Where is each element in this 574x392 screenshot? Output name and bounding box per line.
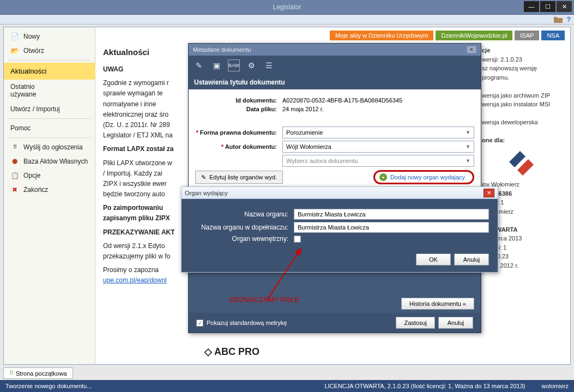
dialog-toolbar: ✎ ▣ BAW ⚙ ☰: [189, 56, 481, 75]
exit-icon: ✖: [10, 186, 19, 194]
sidebar-label: używane: [10, 91, 36, 98]
tab-strip: ⠿ Strona początkowa: [3, 367, 73, 379]
options-icon: 📋: [10, 172, 19, 179]
sidebar-label: Pomoc: [10, 124, 31, 132]
autor-label: Autor dokumentu:: [195, 143, 282, 150]
organ-name-label: Nazwa organu:: [190, 210, 294, 218]
apply-button[interactable]: Zastosuj: [396, 317, 435, 329]
sidebar-label: Otwórz: [23, 47, 44, 55]
grid-icon: ⠿: [9, 370, 14, 377]
sidebar: 📄 Nowy 📂 Otwórz Aktualności Ostatnio uży…: [4, 27, 95, 364]
edit-orgs-button[interactable]: ✎ Edytuj listę organów wyd.: [195, 171, 283, 184]
tab-start-page[interactable]: ⠿ Strona początkowa: [3, 367, 73, 379]
svg-line-2: [267, 249, 301, 300]
checkbox-icon: ✓: [196, 319, 203, 327]
dialog2-close-button[interactable]: ✕: [484, 189, 494, 197]
sidebar-item-baw[interactable]: ⬣ Baza Aktów Własnych: [4, 154, 95, 168]
dialog2-title: Organ wydający: [185, 190, 228, 196]
status-license: LICENCJA OTWARTA, 2.1.0.23 (Ilość licenc…: [324, 383, 525, 389]
sidebar-item-help[interactable]: Pomoc: [4, 121, 95, 135]
book-icon[interactable]: ▣: [210, 59, 222, 71]
autor-combo[interactable]: Wójt Wołomierza ▼: [282, 141, 474, 153]
sidebar-item-create[interactable]: Utwórz / Importuj: [4, 102, 95, 116]
abc-pro-logo: ◇ ABC PRO: [204, 346, 259, 358]
badge-icon: ⬣: [10, 158, 19, 165]
list-icon[interactable]: ☰: [263, 59, 275, 71]
sidebar-label: Baza Aktów Własnych: [23, 158, 88, 165]
logo-placeholder: [504, 148, 564, 178]
organ-internal-label: Organ wewnętrzny:: [190, 235, 294, 243]
organ-internal-checkbox[interactable]: [294, 236, 301, 243]
pencil-icon: ✎: [201, 174, 206, 181]
link-dev[interactable]: wersja deweloperska: [482, 119, 538, 125]
link-download[interactable]: upe.com.pl/eap/downl: [103, 276, 167, 284]
status-message: Tworzenie nowego dokumentu...: [5, 383, 92, 389]
folder-icon[interactable]: [554, 16, 563, 23]
organ-name-input[interactable]: [294, 209, 489, 220]
sidebar-item-news[interactable]: Aktualności: [4, 63, 95, 80]
toplink-moje-akty[interactable]: Moje akty w Dzienniku Urzędowym: [330, 31, 434, 40]
annotation-arrow-icon: [251, 245, 305, 305]
link-zip[interactable]: wersja jako archiwum ZIP: [482, 92, 550, 99]
cancel-button-2[interactable]: Anuluj: [454, 254, 489, 266]
sidebar-label: Zakończ: [23, 186, 48, 194]
window-close-button[interactable]: ✕: [557, 1, 572, 12]
diamond-icon: ◇: [204, 346, 212, 358]
show-metric-checkbox[interactable]: ✓ Pokazuj standardową metrykę: [196, 319, 287, 327]
organ-dialog: Organ wydający ✕ Nazwa organu: Nazwa org…: [181, 186, 498, 273]
dialog-section-title: Ustawienia tytułu dokumentu: [189, 75, 481, 89]
organ-genitive-label: Nazwa organu w dopełniaczu:: [190, 224, 294, 231]
document-icon: 📄: [10, 33, 19, 40]
toplink-dzienniki[interactable]: DziennikiWojewodzkie.pl: [436, 31, 512, 40]
edit-icon[interactable]: ✎: [193, 59, 205, 71]
sidebar-item-recent[interactable]: Ostatnio używane: [4, 80, 95, 102]
forma-combo[interactable]: Porozumienie ▼: [282, 126, 474, 138]
window-minimize-button[interactable]: —: [524, 1, 539, 12]
id-value: A0220870-0532-4BFB-A175-BA0884D56345: [282, 97, 402, 104]
sidebar-item-exit[interactable]: ✖ Zakończ: [4, 183, 95, 197]
history-button[interactable]: Historia dokumentu »: [401, 298, 474, 310]
sidebar-label: Aktualności: [10, 67, 46, 75]
id-label: Id dokumentu:: [195, 97, 282, 104]
cancel-button[interactable]: Anuluj: [438, 317, 473, 329]
sidebar-item-open[interactable]: 📂 Otwórz: [4, 44, 95, 58]
sidebar-item-new[interactable]: 📄 Nowy: [4, 29, 95, 44]
date-value: 24 maja 2012 r.: [282, 106, 324, 112]
plus-circle-icon: +: [379, 173, 387, 181]
window-maximize-button[interactable]: ☐: [540, 1, 555, 12]
toplink-nsa[interactable]: NSA: [541, 31, 565, 40]
organ-genitive-input[interactable]: [294, 222, 489, 233]
add-org-button[interactable]: + Dodaj nowy organ wydający: [373, 170, 474, 184]
baw-icon[interactable]: BAW: [228, 59, 240, 71]
forma-label: Forma prawna dokumentu:: [195, 129, 282, 136]
heading-przek: PRZEKAZYWANIE AKT: [103, 228, 175, 236]
heading-uwaga: UWAG: [103, 65, 123, 73]
date-label: Data pliku:: [195, 106, 282, 112]
status-bar: Tworzenie nowego dokumentu... LICENCJA O…: [0, 380, 574, 392]
sidebar-label: Opcje: [23, 172, 40, 179]
chevron-down-icon: ▼: [466, 130, 470, 135]
heading-format: Format LAPX został za: [103, 145, 173, 153]
sidebar-label: Wyślij do ogłoszenia: [23, 143, 83, 151]
chevron-down-icon: ▼: [466, 158, 470, 164]
window-titlebar: Legislator — ☐ ✕: [0, 0, 574, 15]
ok-button[interactable]: OK: [416, 254, 451, 266]
sidebar-label: Ostatnio: [10, 83, 35, 91]
grid-icon: ⠿: [10, 143, 19, 151]
sidebar-item-publish[interactable]: ⠿ Wyślij do ogłoszenia: [4, 140, 95, 154]
folder-open-icon: 📂: [10, 47, 19, 55]
help-icon[interactable]: ?: [567, 16, 571, 23]
autor-placeholder-combo[interactable]: Wybierz autora dokumentu ▼: [282, 155, 474, 167]
dialog-title: Metadane dokumentu: [193, 46, 251, 53]
dialog-close-button[interactable]: ✕: [467, 46, 476, 53]
sidebar-label: Nowy: [23, 33, 40, 40]
toplink-isap[interactable]: ISAP: [515, 31, 539, 40]
sidebar-item-options[interactable]: 📋 Opcje: [4, 168, 95, 183]
window-title: Legislator: [273, 3, 301, 11]
chevron-down-icon: ▼: [466, 144, 470, 149]
link-msi[interactable]: wersja jako instalator MSI: [482, 101, 550, 107]
ribbon-area: ?: [0, 15, 574, 25]
status-user: wolomierz: [541, 383, 569, 389]
sidebar-label: Utwórz / Importuj: [10, 105, 60, 113]
gear-icon[interactable]: ⚙: [245, 59, 257, 71]
